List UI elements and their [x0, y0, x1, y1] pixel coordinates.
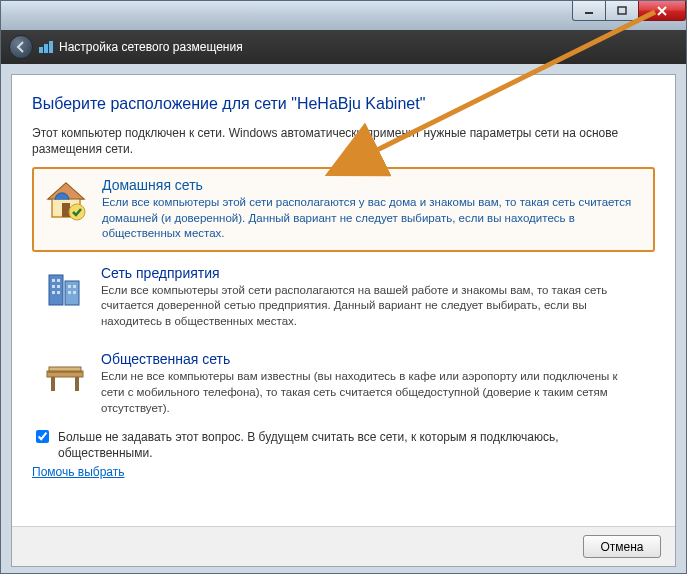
nav-title: Настройка сетевого размещения	[59, 40, 243, 54]
option-title: Сеть предприятия	[101, 265, 644, 281]
dont-ask-label: Больше не задавать этот вопрос. В будуще…	[58, 429, 655, 461]
svg-rect-10	[52, 285, 55, 288]
footer: Отмена	[12, 526, 675, 566]
work-network-icon	[41, 265, 89, 330]
dont-ask-checkbox[interactable]	[36, 430, 49, 443]
option-desc: Если все компьютеры этой сети располагаю…	[101, 283, 644, 330]
option-work-network[interactable]: Сеть предприятия Если все компьютеры это…	[32, 256, 655, 339]
panel: Выберите расположение для сети "HeHaBju …	[11, 74, 676, 567]
option-public-network[interactable]: Общественная сеть Если не все компьютеры…	[32, 342, 655, 425]
svg-rect-7	[65, 281, 79, 305]
svg-rect-17	[73, 291, 76, 294]
page-heading: Выберите расположение для сети "HeHaBju …	[32, 95, 655, 113]
svg-rect-21	[75, 377, 79, 391]
minimize-button[interactable]	[572, 1, 606, 21]
content: Выберите расположение для сети "HeHaBju …	[12, 75, 675, 526]
svg-rect-8	[52, 279, 55, 282]
svg-rect-20	[51, 377, 55, 391]
svg-rect-9	[57, 279, 60, 282]
svg-rect-0	[585, 12, 593, 14]
navbar: Настройка сетевого размещения	[0, 30, 687, 64]
home-network-icon	[42, 177, 90, 242]
network-icon	[39, 41, 53, 53]
dont-ask-row: Больше не задавать этот вопрос. В будуще…	[32, 429, 655, 461]
option-home-network[interactable]: Домашняя сеть Если все компьютеры этой с…	[32, 167, 655, 252]
close-button[interactable]	[638, 1, 686, 21]
titlebar	[0, 0, 687, 30]
svg-rect-12	[52, 291, 55, 294]
option-desc: Если не все компьютеры вам известны (вы …	[101, 369, 644, 416]
svg-rect-6	[49, 275, 63, 305]
option-title: Домашняя сеть	[102, 177, 643, 193]
cancel-button[interactable]: Отмена	[583, 535, 661, 558]
help-link[interactable]: Помочь выбрать	[32, 465, 125, 479]
option-title: Общественная сеть	[101, 351, 644, 367]
svg-rect-22	[49, 367, 81, 371]
back-button[interactable]	[9, 35, 33, 59]
maximize-button[interactable]	[605, 1, 639, 21]
intro-text: Этот компьютер подключен к сети. Windows…	[32, 125, 655, 157]
option-desc: Если все компьютеры этой сети располагаю…	[102, 195, 643, 242]
public-network-icon	[41, 351, 89, 416]
svg-rect-15	[73, 285, 76, 288]
window-body: Выберите расположение для сети "HeHaBju …	[0, 64, 687, 574]
svg-rect-13	[57, 291, 60, 294]
svg-rect-1	[618, 7, 626, 14]
svg-rect-11	[57, 285, 60, 288]
svg-rect-14	[68, 285, 71, 288]
svg-rect-16	[68, 291, 71, 294]
